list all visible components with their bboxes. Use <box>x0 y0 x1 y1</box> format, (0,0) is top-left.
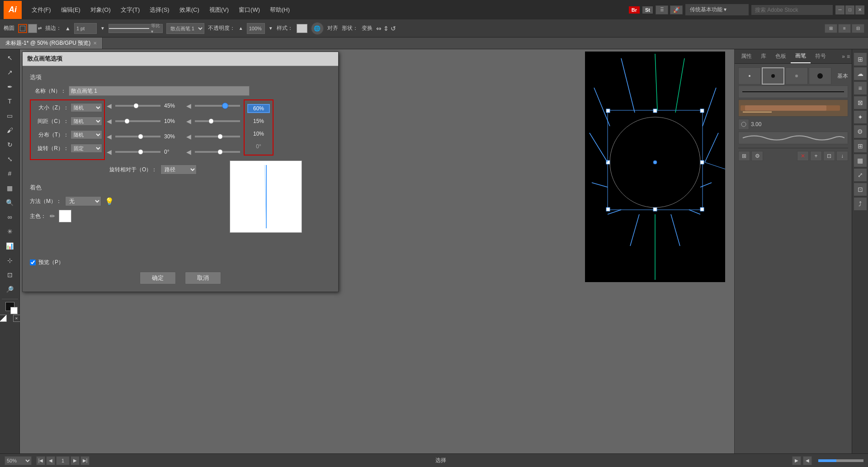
type-tool[interactable]: T <box>2 94 18 108</box>
copy-icon[interactable]: ⊡ <box>823 151 835 161</box>
name-input[interactable] <box>69 86 250 96</box>
brush-select[interactable]: 散点画笔 1 <box>166 23 204 34</box>
menu-view[interactable]: 视图(V) <box>206 4 232 16</box>
opacity-down[interactable]: ▼ <box>269 26 273 31</box>
minimize-button[interactable]: ─ <box>835 5 844 14</box>
direct-select-tool[interactable]: ↗ <box>2 66 18 79</box>
spacing-mode-select[interactable]: 随机 <box>71 117 102 126</box>
workspace-switcher[interactable]: ⠿ <box>656 5 668 14</box>
gradient-tool[interactable]: ▦ <box>2 181 18 195</box>
zoom-select[interactable]: 50% <box>5 456 32 465</box>
chart-tool[interactable]: 📊 <box>2 239 18 253</box>
stroke-value-input[interactable] <box>74 23 97 34</box>
last-page-btn[interactable]: ▶| <box>80 456 90 465</box>
size-track-right[interactable] <box>195 105 240 107</box>
eyedropper-tool[interactable]: 🔍 <box>2 196 18 209</box>
maximize-button[interactable]: □ <box>845 5 854 14</box>
main-color-swatch[interactable] <box>59 210 71 222</box>
blend-tool[interactable]: ∞ <box>2 210 18 224</box>
size-thumb-right[interactable] <box>222 103 228 109</box>
menu-window[interactable]: 窗口(W) <box>235 4 264 16</box>
swap-icon[interactable]: ⇄ <box>38 26 42 31</box>
select-tool[interactable]: ↖ <box>2 51 18 65</box>
stroke-down-icon[interactable]: ▼ <box>100 26 105 31</box>
tab-library[interactable]: 库 <box>756 50 771 63</box>
preview-checkbox[interactable] <box>30 259 36 265</box>
brush-cell-3[interactable] <box>785 67 808 85</box>
menu-object[interactable]: 对象(O) <box>87 4 114 16</box>
spacing-thumb-right[interactable] <box>208 118 214 124</box>
rotation-thumb-left[interactable] <box>138 149 143 155</box>
brush-cell-4[interactable] <box>809 67 831 85</box>
opacity-input[interactable] <box>247 23 265 34</box>
tab-properties[interactable]: 属性 <box>736 50 756 63</box>
delete-icon[interactable]: ✕ <box>797 151 809 161</box>
globe-icon[interactable]: 🌐 <box>311 22 324 35</box>
panel-expand-icon[interactable]: » <box>842 53 845 60</box>
close-button[interactable]: ✕ <box>855 5 864 14</box>
opacity-up[interactable]: ▲ <box>239 26 243 31</box>
grid-icon[interactable]: ⊞ <box>825 24 837 33</box>
flip-v-icon[interactable]: ⇕ <box>383 25 389 32</box>
spacing-track-left[interactable] <box>115 120 160 122</box>
tab-close-button[interactable]: ✕ <box>93 41 97 46</box>
panel-menu-icon[interactable]: ≡ <box>847 53 850 60</box>
mesh-tool[interactable]: # <box>2 167 18 180</box>
brush-tool[interactable]: 🖌 <box>2 123 18 137</box>
list-view-icon[interactable]: ⊞ <box>738 151 750 161</box>
rotate-tool[interactable]: ↻ <box>2 138 18 151</box>
eyedropper-icon[interactable]: ✏ <box>50 212 55 220</box>
document-tab[interactable]: 未标题-1* @ 50% (RGB/GPU 预览) ✕ <box>0 38 103 49</box>
brush-cell-2[interactable] <box>762 67 784 85</box>
scatter-thumb-right[interactable] <box>217 134 223 139</box>
size-thumb-left[interactable] <box>133 103 139 108</box>
stock-search[interactable] <box>751 5 833 15</box>
new-brush-icon[interactable]: + <box>810 151 822 161</box>
scatter-track-right[interactable] <box>195 136 240 137</box>
fill-color-swatch[interactable] <box>28 24 37 33</box>
tab-symbols[interactable]: 符号 <box>811 50 830 63</box>
stroke-style-preview[interactable]: 等比 ▾ <box>108 24 163 33</box>
artboard-panel-icon[interactable]: ⊡ <box>854 183 867 196</box>
scatter-track-left[interactable] <box>115 136 160 137</box>
artboard-tool[interactable]: ⊡ <box>2 268 18 282</box>
scatter-thumb-left[interactable] <box>138 134 143 139</box>
expand-icon[interactable]: ⊟ <box>852 24 864 33</box>
prev-page-btn[interactable]: ◀ <box>46 456 55 465</box>
brush-cell-1[interactable] <box>738 67 761 85</box>
first-page-btn[interactable]: |◀ <box>36 456 45 465</box>
panel-icon[interactable]: ≡ <box>838 24 851 33</box>
pen-tool[interactable]: ✒ <box>2 80 18 94</box>
play-btn[interactable]: ▶ <box>792 456 801 465</box>
menu-file[interactable]: 文件(F) <box>28 4 55 16</box>
none-color-btn[interactable]: ✕ <box>13 315 20 322</box>
textured-brush-preview[interactable]: ▬▬▬▬▬▬▬▬ <box>738 99 848 117</box>
layers-icon[interactable]: ⊞ <box>854 53 867 66</box>
panels-icon[interactable]: ▦ <box>854 154 867 167</box>
rotation-thumb-right[interactable] <box>217 149 223 155</box>
spacing-thumb-left[interactable] <box>124 118 130 124</box>
rotation-track-right[interactable] <box>195 151 240 153</box>
scatter-mode-select[interactable]: 随机 <box>71 130 102 139</box>
flip-h-icon[interactable]: ⇔ <box>376 25 382 32</box>
workspace-label[interactable]: 传统基本功能 ▾ <box>685 4 749 15</box>
stop-btn[interactable]: ◀ <box>803 456 812 465</box>
stroke-preview-row[interactable] <box>738 85 848 98</box>
size-max-input[interactable] <box>247 104 270 113</box>
size-track-left[interactable] <box>115 105 160 107</box>
menu-edit[interactable]: 编辑(E) <box>57 4 84 16</box>
export-icon[interactable]: ⤴ <box>854 198 867 210</box>
spacing-track-right[interactable] <box>195 120 240 122</box>
tab-swatches[interactable]: 色板 <box>771 50 791 63</box>
settings-panel-icon[interactable]: ⚙ <box>854 125 867 138</box>
page-input[interactable] <box>56 456 70 465</box>
stroke-color-swatch[interactable] <box>18 24 27 33</box>
menu-help[interactable]: 帮助(H) <box>266 4 293 16</box>
wavy-brush-preview[interactable] <box>738 132 848 144</box>
share-icon[interactable]: 🚀 <box>670 5 683 14</box>
menu-effect[interactable]: 效果(C) <box>176 4 203 16</box>
next-page-btn[interactable]: ▶ <box>71 456 80 465</box>
rotation-relative-select[interactable]: 路径 <box>160 165 197 175</box>
rotation-track-left[interactable] <box>115 151 160 153</box>
size-mode-select[interactable]: 随机 <box>71 103 102 112</box>
